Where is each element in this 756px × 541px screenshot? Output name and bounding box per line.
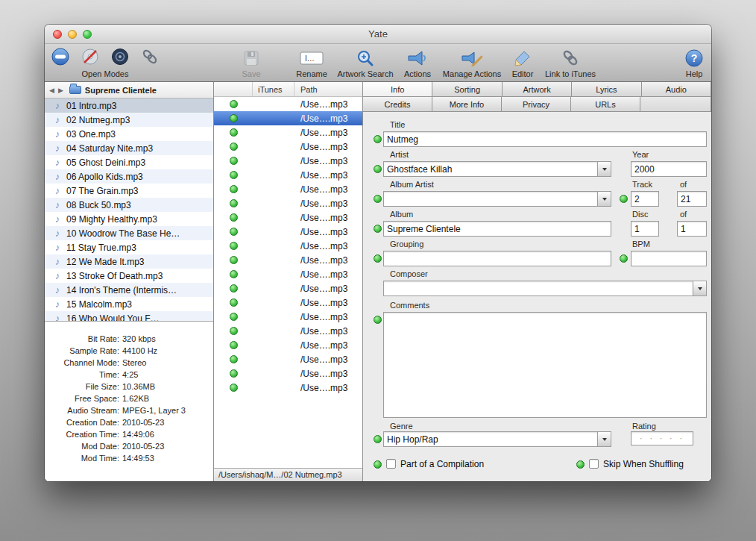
file-list-item[interactable]: ♪ 01 Intro.mp3 <box>45 98 213 113</box>
status-cell <box>214 114 253 122</box>
table-row[interactable]: /Use….mp3 <box>214 253 362 267</box>
file-list-item[interactable]: ♪ 04 Saturday Nite.mp3 <box>45 141 213 155</box>
rename-icon: I… <box>289 47 334 69</box>
file-list-item[interactable]: ♪ 05 Ghost Deini.mp3 <box>45 155 213 169</box>
table-row[interactable]: /Use….mp3 <box>214 196 362 210</box>
close-button[interactable] <box>53 30 62 39</box>
disc-input[interactable] <box>631 221 659 237</box>
open-linked-mode-button[interactable] <box>140 47 160 69</box>
bpm-input[interactable] <box>631 251 707 266</box>
file-list-item[interactable]: ♪ 07 The Grain.mp3 <box>45 184 213 198</box>
grouping-input[interactable] <box>383 251 611 266</box>
file-list-item[interactable]: ♪ 14 Iron's Theme (Intermis… <box>45 283 213 297</box>
table-row[interactable]: /Use….mp3 <box>214 366 362 381</box>
track-input[interactable] <box>631 191 659 207</box>
table-row[interactable]: /Use….mp3 <box>214 381 362 395</box>
table-row[interactable]: /Use….mp3 <box>214 111 362 125</box>
table-row[interactable]: /Use….mp3 <box>214 140 362 154</box>
genre-dropdown-button[interactable] <box>598 431 611 447</box>
file-list: ♪ 01 Intro.mp3 ♪ 02 Nutmeg.mp3 ♪ 03 One.… <box>45 98 213 321</box>
file-list-item[interactable]: ♪ 15 Malcolm.mp3 <box>45 297 213 311</box>
table-row[interactable]: /Use….mp3 <box>214 352 362 366</box>
file-list-item[interactable]: ♪ 11 Stay True.mp3 <box>45 240 213 254</box>
comments-input[interactable] <box>383 312 707 418</box>
editor-button[interactable]: Editor <box>504 47 541 78</box>
file-list-item[interactable]: ♪ 16 Who Would You F… <box>45 311 213 321</box>
artist-label: Artist <box>390 150 409 159</box>
rename-button[interactable]: I… Rename <box>289 47 334 78</box>
path-cell: /Use….mp3 <box>294 284 362 294</box>
info-label: Channel Mode: <box>45 357 119 369</box>
status-ok-icon <box>230 270 238 278</box>
path-column-header[interactable]: Path <box>294 82 362 96</box>
minimize-button[interactable] <box>68 30 77 39</box>
table-row[interactable]: /Use….mp3 <box>214 310 362 324</box>
info-label: File Size: <box>45 381 119 393</box>
file-list-item[interactable]: ♪ 12 We Made It.mp3 <box>45 254 213 269</box>
manage-actions-button[interactable]: Manage Actions <box>435 47 509 78</box>
status-ok-icon <box>230 128 238 137</box>
album-artist-dropdown-button[interactable] <box>598 191 611 207</box>
compilation-checkbox[interactable] <box>386 459 396 469</box>
track-table: iTunes Path /Use….mp3 /Use….mp3 /Use….mp… <box>214 82 363 481</box>
table-row[interactable]: /Use….mp3 <box>214 281 362 295</box>
disc-of-input[interactable] <box>677 221 707 237</box>
table-row[interactable]: /Use….mp3 <box>214 168 362 182</box>
rating-control[interactable]: · · · · · <box>631 431 693 445</box>
album-input[interactable] <box>383 221 611 237</box>
file-list-item[interactable]: ♪ 02 Nutmeg.mp3 <box>45 113 213 127</box>
table-row[interactable]: /Use….mp3 <box>214 154 362 168</box>
composer-dropdown-button[interactable] <box>693 281 707 296</box>
table-row[interactable]: /Use….mp3 <box>214 225 362 239</box>
file-name: 11 Stay True.mp3 <box>66 243 136 253</box>
table-row[interactable]: /Use….mp3 <box>214 210 362 225</box>
forward-arrow-button[interactable]: ▶ <box>58 87 63 94</box>
table-row[interactable]: /Use….mp3 <box>214 267 362 281</box>
table-row[interactable]: /Use….mp3 <box>214 324 362 338</box>
composer-input[interactable] <box>383 281 693 296</box>
table-row[interactable]: /Use….mp3 <box>214 239 362 253</box>
itunes-column-header[interactable]: iTunes <box>253 82 294 96</box>
status-cell <box>214 242 253 250</box>
back-arrow-button[interactable]: ◀ <box>49 87 54 94</box>
zoom-button[interactable] <box>83 30 92 39</box>
artist-input[interactable] <box>383 161 598 177</box>
year-input[interactable] <box>631 161 707 177</box>
actions-button[interactable]: Actions <box>397 47 438 78</box>
file-name: 15 Malcolm.mp3 <box>66 299 132 310</box>
file-list-item[interactable]: ♪ 03 One.mp3 <box>45 127 213 141</box>
file-list-item[interactable]: ♪ 08 Buck 50.mp3 <box>45 198 213 212</box>
file-list-item[interactable]: ♪ 13 Stroke Of Death.mp3 <box>45 269 213 283</box>
artwork-search-button[interactable]: Artwork Search <box>330 47 401 78</box>
status-column-header[interactable] <box>214 82 253 96</box>
open-modes-label: Open Modes <box>49 69 161 78</box>
open-minimal-mode-button[interactable] <box>51 47 70 69</box>
open-record-mode-button[interactable] <box>110 47 130 69</box>
title-input[interactable] <box>383 131 707 147</box>
artist-dropdown-button[interactable] <box>598 161 611 177</box>
track-of-input[interactable] <box>677 191 707 207</box>
file-list-item[interactable]: ♪ 09 Mighty Healthy.mp3 <box>45 212 213 226</box>
status-ok-icon <box>230 143 238 151</box>
table-row[interactable]: /Use….mp3 <box>214 97 362 111</box>
table-row[interactable]: /Use….mp3 <box>214 295 362 310</box>
status-ok-icon <box>230 242 238 250</box>
album-artist-input[interactable] <box>383 191 598 207</box>
link-to-itunes-button[interactable]: Link to iTunes <box>537 47 604 78</box>
file-name: 09 Mighty Healthy.mp3 <box>66 214 157 225</box>
skip-shuffling-checkbox[interactable] <box>589 459 599 469</box>
table-row[interactable]: /Use….mp3 <box>214 125 362 140</box>
table-row[interactable]: /Use….mp3 <box>214 182 362 196</box>
artwork-search-label: Artwork Search <box>330 69 401 78</box>
file-list-item[interactable]: ♪ 10 Woodrow The Base He… <box>45 226 213 240</box>
genre-input[interactable] <box>383 431 598 447</box>
status-ok-icon <box>230 256 238 264</box>
save-button[interactable]: Save <box>233 47 270 78</box>
open-disc-mode-button[interactable] <box>81 47 100 69</box>
table-row[interactable]: /Use….mp3 <box>214 338 362 352</box>
titlebar[interactable]: Yate <box>45 25 711 44</box>
file-list-item[interactable]: ♪ 06 Apollo Kids.mp3 <box>45 169 213 184</box>
help-button[interactable]: ? Help <box>678 47 711 78</box>
disc-label: Disc <box>632 210 648 219</box>
album-status-icon <box>374 225 382 233</box>
